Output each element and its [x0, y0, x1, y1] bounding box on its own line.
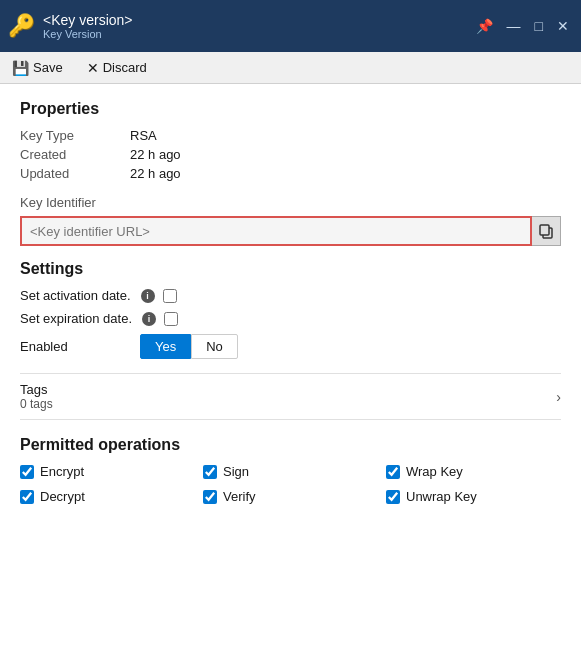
- tags-count: 0 tags: [20, 397, 53, 411]
- title-bar: 🔑 <Key version> Key Version 📌 — □ ✕: [0, 0, 581, 52]
- prop-value-created: 22 h ago: [130, 147, 181, 162]
- key-identifier-input[interactable]: [20, 216, 532, 246]
- properties-table: Key Type RSA Created 22 h ago Updated 22…: [20, 128, 561, 181]
- discard-button[interactable]: ✕ Discard: [83, 58, 151, 78]
- prop-label-created: Created: [20, 147, 130, 162]
- close-icon[interactable]: ✕: [553, 16, 573, 36]
- verify-label: Verify: [223, 489, 256, 504]
- op-sign: Sign: [203, 464, 378, 479]
- enabled-label: Enabled: [20, 339, 130, 354]
- activation-info-icon: i: [141, 289, 155, 303]
- prop-row-keytype: Key Type RSA: [20, 128, 561, 143]
- unwrap-key-checkbox[interactable]: [386, 490, 400, 504]
- expiration-info-icon: i: [142, 312, 156, 326]
- main-content: Properties Key Type RSA Created 22 h ago…: [0, 84, 581, 657]
- prop-value-keytype: RSA: [130, 128, 157, 143]
- prop-label-updated: Updated: [20, 166, 130, 181]
- prop-value-updated: 22 h ago: [130, 166, 181, 181]
- copy-icon: [538, 223, 554, 239]
- maximize-icon[interactable]: □: [531, 16, 547, 36]
- decrypt-label: Decrypt: [40, 489, 85, 504]
- save-button[interactable]: 💾 Save: [8, 58, 67, 78]
- save-label: Save: [33, 60, 63, 75]
- window-title: <Key version>: [43, 12, 133, 28]
- permitted-operations-title: Permitted operations: [20, 436, 561, 454]
- minimize-icon[interactable]: —: [503, 16, 525, 36]
- settings-section: Set activation date. i Set expiration da…: [20, 288, 561, 359]
- toolbar: 💾 Save ✕ Discard: [0, 52, 581, 84]
- window-subtitle: Key Version: [43, 28, 133, 40]
- activation-date-row: Set activation date. i: [20, 288, 561, 303]
- window-controls[interactable]: 📌 — □ ✕: [472, 16, 573, 36]
- activation-date-text: Set activation date.: [20, 288, 131, 303]
- op-unwrap-key: Unwrap Key: [386, 489, 561, 504]
- yes-button[interactable]: Yes: [140, 334, 191, 359]
- expiration-date-label[interactable]: Set expiration date. i: [20, 311, 156, 326]
- expiration-date-text: Set expiration date.: [20, 311, 132, 326]
- svg-rect-1: [540, 225, 549, 235]
- tags-title: Tags: [20, 382, 53, 397]
- encrypt-checkbox[interactable]: [20, 465, 34, 479]
- save-icon: 💾: [12, 60, 29, 76]
- no-button[interactable]: No: [191, 334, 238, 359]
- decrypt-checkbox[interactable]: [20, 490, 34, 504]
- settings-section-title: Settings: [20, 260, 561, 278]
- operations-grid: Encrypt Sign Wrap Key Decrypt Verify Unw…: [20, 464, 561, 504]
- activation-date-label[interactable]: Set activation date. i: [20, 288, 155, 303]
- op-verify: Verify: [203, 489, 378, 504]
- op-wrap-key: Wrap Key: [386, 464, 561, 479]
- chevron-right-icon: ›: [556, 389, 561, 405]
- tags-info: Tags 0 tags: [20, 382, 53, 411]
- title-bar-left: 🔑 <Key version> Key Version: [8, 12, 133, 40]
- key-icon: 🔑: [8, 13, 35, 39]
- expiration-date-row: Set expiration date. i: [20, 311, 561, 326]
- prop-row-updated: Updated 22 h ago: [20, 166, 561, 181]
- properties-section-title: Properties: [20, 100, 561, 118]
- discard-label: Discard: [103, 60, 147, 75]
- op-decrypt: Decrypt: [20, 489, 195, 504]
- sign-label: Sign: [223, 464, 249, 479]
- op-encrypt: Encrypt: [20, 464, 195, 479]
- key-identifier-row: [20, 216, 561, 246]
- key-identifier-label: Key Identifier: [20, 195, 561, 210]
- verify-checkbox[interactable]: [203, 490, 217, 504]
- pin-icon[interactable]: 📌: [472, 16, 497, 36]
- copy-button[interactable]: [532, 216, 561, 246]
- prop-label-keytype: Key Type: [20, 128, 130, 143]
- wrap-key-label: Wrap Key: [406, 464, 463, 479]
- unwrap-key-label: Unwrap Key: [406, 489, 477, 504]
- title-bar-texts: <Key version> Key Version: [43, 12, 133, 40]
- activation-date-checkbox[interactable]: [163, 289, 177, 303]
- prop-row-created: Created 22 h ago: [20, 147, 561, 162]
- tags-row[interactable]: Tags 0 tags ›: [20, 373, 561, 420]
- wrap-key-checkbox[interactable]: [386, 465, 400, 479]
- enabled-toggle-group: Enabled Yes No: [20, 334, 561, 359]
- discard-icon: ✕: [87, 60, 99, 76]
- sign-checkbox[interactable]: [203, 465, 217, 479]
- encrypt-label: Encrypt: [40, 464, 84, 479]
- enabled-toggle-buttons: Yes No: [140, 334, 238, 359]
- permitted-operations-section: Permitted operations Encrypt Sign Wrap K…: [20, 436, 561, 504]
- expiration-date-checkbox[interactable]: [164, 312, 178, 326]
